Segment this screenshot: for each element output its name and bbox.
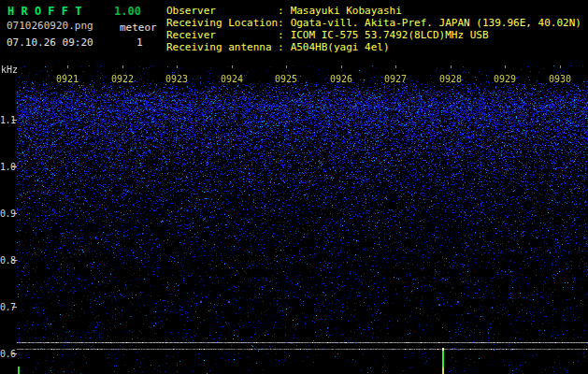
y-tick-mark: [12, 353, 17, 354]
y-axis-unit-label: kHz: [1, 65, 18, 75]
x-tick-label: 0927: [383, 74, 408, 84]
hrofft-output: H R O F F T 1.00 0710260920.png meteor 0…: [0, 0, 588, 374]
x-tick-label: 0929: [493, 74, 517, 84]
x-tick-label: 0924: [220, 74, 244, 84]
x-tick-label: 0921: [55, 74, 79, 84]
x-tick-label: 0930: [548, 74, 572, 84]
spectrogram-canvas: [17, 65, 588, 374]
y-tick-mark: [12, 213, 17, 214]
y-tick-mark: [12, 307, 17, 308]
x-tick-label: 0925: [274, 74, 298, 84]
x-tick-label: 0926: [329, 74, 353, 84]
x-tick-label: 0923: [165, 74, 189, 84]
y-tick-mark: [12, 120, 17, 121]
spectrogram: kHz 0921 0922 0923 0924 0925 0926 0927 0…: [0, 0, 588, 374]
y-tick-mark: [12, 260, 17, 261]
x-tick-label: 0928: [438, 74, 463, 84]
x-tick-label: 0922: [110, 74, 135, 84]
y-tick-mark: [12, 166, 17, 167]
